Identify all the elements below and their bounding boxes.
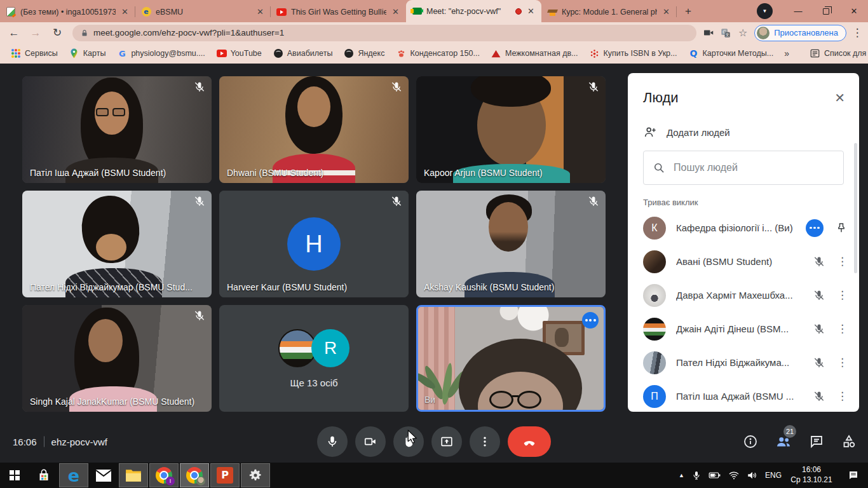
participant-row[interactable]: Авані (BSMU Student) ⋮ (628, 245, 859, 278)
video-tile-akshay[interactable]: Akshay Kaushik (BSMU Student) (416, 191, 606, 297)
reload-icon[interactable]: ↻ (48, 24, 66, 42)
add-people-button[interactable]: Додати людей (628, 106, 859, 139)
tray-mic-icon[interactable] (691, 470, 702, 480)
participant-name: Dhwani (BSMU Student) (227, 168, 324, 178)
profile-button[interactable]: Приостановлена (754, 25, 846, 41)
participant-menu-icon[interactable]: ⋮ (837, 290, 848, 301)
taskbar-powerpoint[interactable]: P (210, 463, 240, 487)
participant-menu-icon[interactable]: ⋮ (837, 323, 848, 334)
tab-ebsmu[interactable]: e eBSMU ✕ (135, 1, 271, 22)
video-tile-dhwani[interactable]: Dhwani (BSMU Student) (219, 76, 409, 183)
bookmarks-bar: Сервисы Карты G physiology@bsmu.... YouT… (0, 43, 868, 64)
back-icon[interactable]: ← (5, 24, 23, 42)
clock-label: 16:06 (13, 437, 37, 447)
taskbar-mail[interactable] (89, 463, 118, 488)
video-tile-singh-kajal[interactable]: Singh Kajal JanakKumar (BSMU Student) (22, 305, 212, 412)
bookmark-avia[interactable]: Авиабилеты (269, 46, 337, 60)
close-window-button[interactable]: ✕ (840, 0, 868, 22)
participant-menu-icon[interactable]: ⋮ (837, 256, 848, 267)
camera-in-use-icon[interactable] (703, 27, 715, 39)
chat-button[interactable] (809, 434, 824, 449)
search-people-input[interactable] (674, 162, 834, 173)
tab-close-icon[interactable]: ✕ (661, 7, 671, 17)
video-grid: Патіл Іша Аджай (BSMU Student) Dhwani (B… (22, 76, 606, 412)
bookmark-doors[interactable]: Межкомнатная дв... (487, 46, 583, 60)
video-tile-patel-nidhi[interactable]: Пател Нідхі Віджайкумар (BSMU Stud... (22, 191, 212, 297)
taskbar-chrome-profile2[interactable]: I (149, 463, 179, 487)
activities-button[interactable] (841, 434, 857, 449)
meeting-details-button[interactable] (743, 434, 758, 449)
taskbar-store[interactable] (29, 463, 58, 488)
taskbar-chrome-active[interactable] (180, 463, 209, 487)
participant-menu-icon[interactable]: ⋮ (837, 391, 848, 402)
search-people-box[interactable] (643, 151, 844, 185)
participant-row[interactable]: П Патіл Іша Аджай (BSMU ... ⋮ (628, 379, 859, 412)
new-tab-button[interactable]: + (679, 3, 697, 20)
video-tile-kapoor[interactable]: Kapoor Arjun (BSMU Student) (416, 76, 606, 183)
tab-youtube[interactable]: This Girl Was Getting Bullied. ✕ (271, 1, 406, 22)
panel-scrollbar[interactable] (854, 143, 857, 273)
close-panel-icon[interactable]: ✕ (834, 92, 845, 104)
tab-close-icon[interactable]: ✕ (391, 7, 400, 17)
maximize-button[interactable] (812, 0, 840, 22)
more-people-tile[interactable]: R Ще 13 осіб (219, 305, 409, 412)
participant-menu-icon[interactable]: ⋮ (837, 357, 848, 368)
mic-button[interactable] (317, 426, 348, 457)
participant-row[interactable]: Пател Нідхі Віджайкума... ⋮ (628, 346, 859, 379)
tab-close-icon[interactable]: ✕ (120, 7, 130, 17)
bookmark-youtube[interactable]: YouTube (212, 46, 266, 60)
tab-close-icon[interactable]: ✕ (255, 7, 265, 17)
bookmark-yandex[interactable]: Яндекс (339, 46, 389, 60)
browser-menu-icon[interactable]: ⋮ (851, 24, 863, 42)
minimize-button[interactable]: — (784, 0, 812, 22)
tab-close-icon[interactable]: ✕ (526, 6, 536, 16)
participant-row-self[interactable]: К Кафедра фізіології і... (Ви) (628, 211, 859, 245)
taskbar-edge[interactable]: e (59, 463, 88, 487)
tab-webmail[interactable]: (Без теми) • inga10051973@ ✕ (0, 1, 135, 22)
more-options-button[interactable] (470, 426, 500, 457)
mic-off-icon (587, 195, 600, 208)
self-video-tile[interactable]: Ви (416, 305, 606, 412)
volume-icon[interactable] (747, 470, 758, 480)
video-tile-patil-isha[interactable]: Патіл Іша Аджай (BSMU Student) (22, 76, 212, 183)
participant-name: Akshay Kaushik (BSMU Student) (424, 282, 554, 292)
participant-row[interactable]: Джаін Адіті Дінеш (BSM... ⋮ (628, 312, 859, 346)
bookmark-kondensator[interactable]: Конденсатор 150... (391, 46, 484, 60)
tray-expand-icon[interactable]: ▲ (679, 472, 684, 478)
participant-name: Кафедра фізіології і... (Ви) (676, 222, 796, 233)
taskbar-file-explorer[interactable] (119, 463, 148, 487)
taskbar-settings[interactable] (241, 463, 270, 487)
bookmark-isbn[interactable]: Купить ISBN в Укр... (585, 46, 682, 60)
participant-row[interactable]: Давра Харміт Махешбха... ⋮ (628, 278, 859, 312)
youtube-icon (217, 48, 227, 58)
present-button[interactable] (431, 426, 462, 457)
participant-more-icon[interactable] (806, 219, 824, 237)
raise-hand-button[interactable] (393, 426, 424, 457)
people-panel-title: Люди (643, 90, 679, 106)
forward-icon[interactable]: → (27, 24, 44, 42)
wifi-icon[interactable] (728, 470, 740, 480)
bookmark-physiology[interactable]: G physiology@bsmu.... (112, 46, 209, 60)
bookmark-cards[interactable]: Q Карточки Методы... (684, 46, 778, 60)
taskbar-clock[interactable]: 16:06 Ср 13.10.21 (789, 465, 834, 485)
start-button[interactable] (0, 463, 29, 488)
action-center-icon[interactable] (841, 470, 865, 481)
bookmark-maps[interactable]: Карты (65, 46, 111, 60)
end-call-button[interactable] (508, 426, 551, 457)
address-bar[interactable]: meet.google.com/ehz-pocv-vwf?pli=1&authu… (72, 25, 696, 41)
language-indicator[interactable]: ENG (765, 471, 782, 480)
participants-button[interactable]: 21 (775, 433, 792, 450)
tab-moodle[interactable]: Курс: Module 1. General phys ✕ (541, 1, 677, 22)
media-controls-icon[interactable]: ▼ (757, 3, 773, 19)
bookmarks-overflow-icon[interactable]: » (780, 48, 793, 58)
video-tile-harveer[interactable]: H Harveer Kaur (BSMU Student) (219, 191, 409, 297)
bookmark-services[interactable]: Сервисы (6, 46, 62, 60)
self-tile-options-icon[interactable] (582, 312, 599, 329)
reading-list-button[interactable]: Список для чтения (806, 46, 868, 60)
camera-button[interactable] (355, 426, 386, 457)
tab-meet-active[interactable]: Meet: "ehz-pocv-vwf" ✕ (406, 0, 541, 22)
bookmark-star-icon[interactable]: ☆ (736, 24, 749, 42)
translate-icon[interactable]: G文 (720, 27, 731, 39)
battery-icon[interactable] (709, 470, 721, 480)
pin-icon[interactable] (835, 222, 848, 234)
